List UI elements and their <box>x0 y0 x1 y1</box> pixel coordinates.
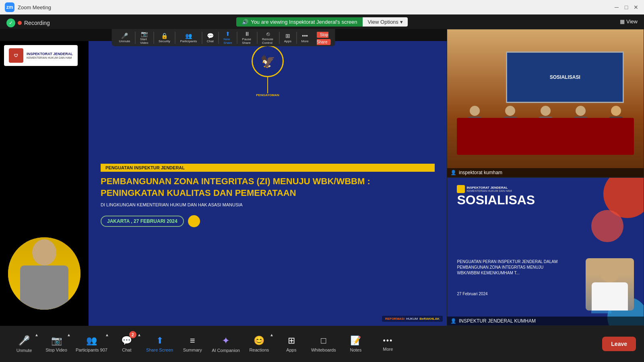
tile-1-name: 👤 inspektorat kumham <box>447 168 644 177</box>
room-table <box>457 118 634 155</box>
inner-apps[interactable]: ⊞ Apps <box>281 32 295 44</box>
speaker-left: 🛡 INSPEKTORAT JENDERAL KEMENTERIAN HUKUM… <box>0 41 89 326</box>
slide-badge: PENGUATAN INSPEKTUR JENDERAL <box>101 164 435 172</box>
inner-chat[interactable]: 💬 Chat <box>204 32 217 44</box>
garuda-symbol: 🦅 PENGAYOMAN <box>252 45 284 97</box>
whiteboards-button[interactable]: □ Whiteboards <box>308 328 340 360</box>
zoom-logo: zm <box>5 2 14 12</box>
tile-sosialisasi-title: SOSIALISAS <box>457 193 535 208</box>
mini-body <box>592 282 628 311</box>
recording-label: Recording <box>24 20 50 26</box>
date-pill: JAKARTA , 27 FEBRUARI 2024 <box>101 216 184 227</box>
tile-logo-top: INSPEKTORAT JENDERAL KEMENTERIAN HUKUM D… <box>457 185 512 193</box>
chat-arrow[interactable]: ▲ <box>137 333 141 337</box>
tile-2-mic-icon: 👤 <box>450 318 456 324</box>
leave-button[interactable]: Leave <box>602 337 636 351</box>
summary-icon: ≡ <box>190 335 195 346</box>
ai-companion-label: AI Companion <box>212 348 240 353</box>
ai-companion-button[interactable]: ✦ AI Companion <box>208 328 243 360</box>
chat-button[interactable]: 💬 2 ▲ Chat <box>111 328 143 360</box>
speaker-icon: 🔊 <box>242 19 248 25</box>
maximize-button[interactable]: □ <box>623 4 630 10</box>
org-name: INSPEKTORAT JENDERAL <box>27 52 73 56</box>
inner-more[interactable]: ••• More <box>298 32 312 44</box>
tile-2-name: 👤 INSPEKTUR JENDERAL KUMHAM <box>447 317 644 325</box>
inner-remote[interactable]: ⎋ Remote Control <box>259 30 277 45</box>
notes-label: Notes <box>350 348 362 352</box>
participants-arrow[interactable]: ▲ <box>105 333 109 337</box>
microphone-icon: 🎤 <box>18 335 30 346</box>
video-arrow[interactable]: ▲ <box>67 333 71 337</box>
window-title: Zoom Meeting <box>18 4 613 10</box>
minimize-button[interactable]: ─ <box>613 4 620 10</box>
stop-share-btn[interactable]: Stop Share <box>317 32 331 45</box>
viewing-text: You are viewing Inspektorat Jenderal's s… <box>251 19 357 25</box>
inner-participants[interactable]: 👥 Participants <box>177 32 200 44</box>
speaker-circle-inner <box>8 237 80 310</box>
view-icon: ▦ <box>620 19 625 25</box>
ai-companion-icon: ✦ <box>222 335 230 346</box>
summary-label: Summary <box>183 348 202 352</box>
deco-circle-red2 <box>591 210 623 242</box>
mute-icon-wrapper: 🎤 <box>18 335 30 346</box>
apps-label: Apps <box>286 348 296 352</box>
notes-icon: 📝 <box>350 335 361 346</box>
reactions-arrow[interactable]: ▲ <box>270 333 274 337</box>
apps-button[interactable]: ⊞ Apps <box>275 328 308 360</box>
reactions-icon: 😊 <box>254 335 264 346</box>
birokrasi-text: HUKUM <box>406 317 418 321</box>
recording-badge: ✓ Recording <box>6 19 50 27</box>
titlebar: zm Zoom Meeting ─ □ ✕ <box>0 0 644 14</box>
main-content: 🎤 Unmute 📷 Start Video 🔒 Security 👥 Part… <box>0 29 644 326</box>
garuda-line <box>267 77 268 93</box>
screen-content: 🎤 Unmute 📷 Start Video 🔒 Security 👥 Part… <box>0 29 447 326</box>
slide-main: 🦅 PENGAYOMAN PENGUATAN INSPEKTUR JENDERA… <box>89 41 447 326</box>
window-controls[interactable]: ─ □ ✕ <box>613 4 639 10</box>
view-options-label: View Options <box>367 19 398 25</box>
share-screen-label: Share Screen <box>146 348 173 352</box>
share-screen-button[interactable]: ⬆ Share Screen <box>143 328 176 360</box>
share-screen-icon: ⬆ <box>156 335 163 346</box>
tile-date: 27 Februari 2024 <box>457 292 487 296</box>
more-icon: ••• <box>383 337 393 345</box>
participants-button[interactable]: 👥 ▲ Participants 907 <box>72 328 111 360</box>
mini-head <box>600 262 620 282</box>
more-label: More <box>383 347 393 352</box>
inner-pause[interactable]: ⏸ Pause Share <box>239 30 255 45</box>
speaker-circle <box>8 237 80 310</box>
participant-tile-2: INSPEKTORAT JENDERAL KEMENTERIAN HUKUM D… <box>447 177 644 326</box>
unmute-button[interactable]: 🎤 ▲ Unmute <box>8 328 40 360</box>
inner-security[interactable]: 🔒 Security <box>155 32 173 44</box>
inner-unmute[interactable]: 🎤 Unmute <box>116 32 134 44</box>
tile-slide-subtitle: PENGUATAN PERAN INSPEKTUR JENDERAL DALAM… <box>457 259 565 276</box>
tile-logo-text: INSPEKTORAT JENDERAL <box>466 186 512 189</box>
logo-shield-icon: 🛡 <box>9 48 23 63</box>
close-button[interactable]: ✕ <box>633 4 639 10</box>
recording-dot <box>18 21 22 25</box>
reactions-label: Reactions <box>249 348 269 352</box>
view-button[interactable]: ▦ View <box>620 19 638 25</box>
participants-label: Participants 907 <box>76 348 107 352</box>
inner-video[interactable]: 📷 Start Video <box>137 30 152 45</box>
room-screen: SOSIALISASI <box>506 51 624 103</box>
chat-label: Chat <box>122 348 131 352</box>
participants-icon: 👥 <box>86 335 97 346</box>
more-button[interactable]: ••• More <box>372 328 404 360</box>
summary-button[interactable]: ≡ Summary <box>176 328 208 360</box>
inner-new-share[interactable]: ⬆ New Share <box>220 30 235 45</box>
unmute-label: Unmute <box>17 348 32 353</box>
notes-button[interactable]: 📝 Notes <box>340 328 372 360</box>
unmute-arrow[interactable]: ▲ <box>35 333 39 337</box>
garuda-circle: 🦅 <box>252 45 284 77</box>
yellow-circle-deco <box>188 215 200 227</box>
whiteboards-icon: □ <box>321 335 326 346</box>
stop-video-button[interactable]: 📷 ▲ Stop Video <box>40 328 72 360</box>
bottom-toolbar: 🎤 ▲ Unmute 📷 ▲ Stop Video 👥 ▲ Participan… <box>0 326 644 362</box>
whiteboards-label: Whiteboards <box>311 348 336 352</box>
chat-badge: 2 <box>129 331 136 338</box>
org-sub: KEMENTERIAN HUKUM DAN HAM <box>27 56 73 59</box>
chevron-down-icon: ▾ <box>400 19 403 25</box>
reactions-button[interactable]: 😊 ▲ Reactions <box>243 328 275 360</box>
view-options-button[interactable]: View Options ▾ <box>363 17 407 27</box>
slide-date-badge: JAKARTA , 27 FEBRUARI 2024 <box>101 215 435 227</box>
